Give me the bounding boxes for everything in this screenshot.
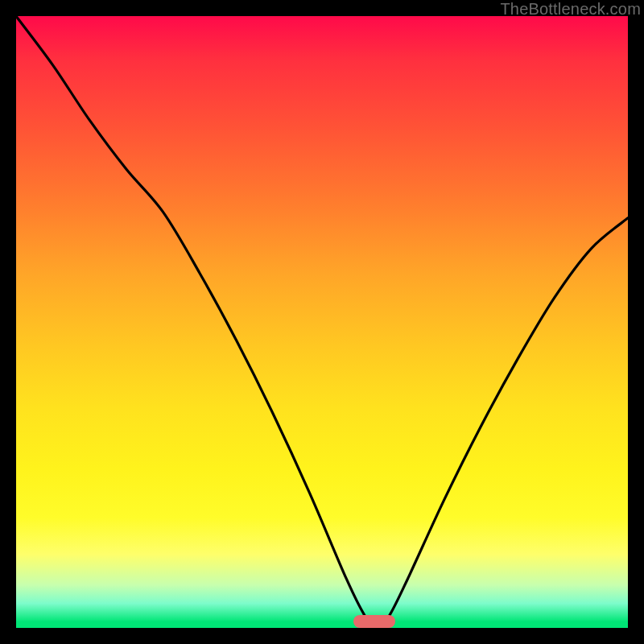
chart-frame (16, 16, 628, 628)
watermark-text: TheBottleneck.com (500, 0, 641, 19)
optimal-range-marker (353, 615, 395, 628)
bottleneck-curve (16, 16, 628, 628)
plot-area (16, 16, 628, 628)
